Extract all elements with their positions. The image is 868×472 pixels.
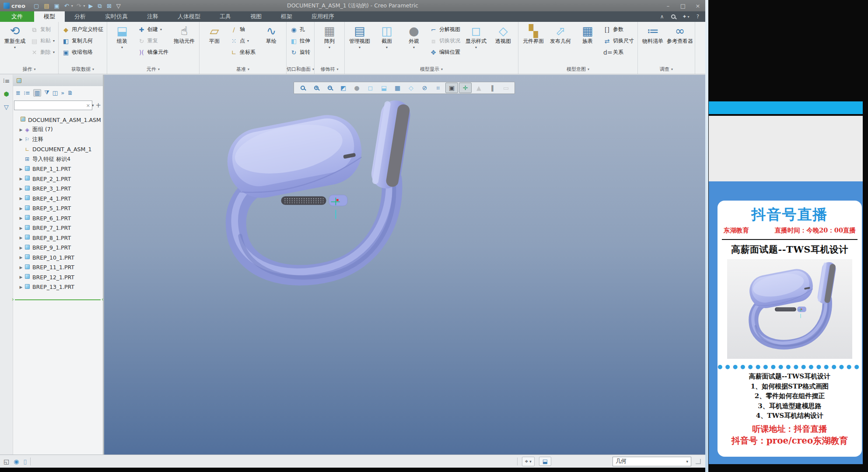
tree-doc-icon[interactable]: 🗎 (67, 90, 73, 96)
button-旋转[interactable]: ↻旋转 (288, 48, 312, 57)
expand-arrow-icon[interactable]: ▶ (18, 167, 24, 171)
help-icon[interactable]: ? (696, 14, 699, 20)
save-icon[interactable]: ▣ (52, 2, 60, 10)
group-caption-元件[interactable]: 元件▾ (107, 65, 199, 74)
button-孔[interactable]: ◉孔 (288, 25, 312, 34)
group-caption-获取数据[interactable]: 获取数据▾ (59, 65, 107, 74)
button-截面[interactable]: ◫截面▾ (374, 23, 400, 63)
zoom-fit-icon[interactable] (296, 83, 309, 93)
button-物料清单[interactable]: ≔物料清单 (640, 23, 666, 63)
button-阵列[interactable]: ▦阵列▾ (316, 23, 343, 63)
tree-item[interactable]: ▶⚐注释 (14, 135, 102, 145)
tree-item[interactable]: ⊞导入特征 标识4 (14, 154, 102, 164)
tree-columns-icon[interactable]: ▥ (33, 89, 41, 97)
button-族表[interactable]: ▦族表 (574, 23, 601, 63)
selection-filter-dropdown[interactable]: 几何 ▾ (612, 457, 691, 466)
filter-funnel-icon[interactable]: ▽ (4, 104, 9, 111)
panel-toggle-icon[interactable]: ▯ (23, 458, 27, 465)
tab-应用程序[interactable]: 应用程序 (302, 11, 344, 22)
resize-grip[interactable] (696, 459, 701, 464)
filter-dropdown-icon[interactable]: ▾ (92, 103, 94, 108)
datum-display-icon[interactable]: ⊘ (418, 83, 431, 93)
expand-arrow-icon[interactable]: ▶ (18, 285, 24, 289)
expand-arrow-icon[interactable]: ▶ (18, 226, 24, 230)
tree-filter-input[interactable] (14, 101, 92, 110)
tree-item[interactable]: ▶BREP_11_1.PRT (14, 263, 102, 273)
button-拖动元件[interactable]: ☝拖动元件 (171, 23, 197, 63)
expand-arrow-icon[interactable]: ▶ (18, 236, 24, 240)
group-caption-基准[interactable]: 基准▾ (200, 65, 286, 74)
tree-filter-icon[interactable]: ⧩ (44, 89, 49, 96)
spin-center-icon[interactable]: ✛ (459, 83, 472, 93)
button-管理视图[interactable]: ▤管理视图▾ (346, 23, 373, 63)
button-组装[interactable]: ⬓组装▾ (109, 23, 135, 63)
graphics-display-icon[interactable]: ▣ (445, 83, 458, 93)
saved-orientations-icon[interactable]: ⬓ (378, 83, 390, 93)
open-file-icon[interactable]: ▤ (42, 2, 50, 10)
customize-qat-icon[interactable]: ▽ (115, 2, 122, 10)
shading-options-icon[interactable]: ● (350, 83, 363, 93)
redo-icon[interactable]: ↷ (75, 2, 83, 10)
clear-filter-icon[interactable]: × (86, 103, 90, 108)
tree-item[interactable]: ▶BREP_10_1.PRT (14, 253, 102, 263)
button-坐标系[interactable]: ∟坐标系 (228, 48, 257, 57)
tree-item[interactable]: ▶BREP_6_1.PRT (14, 213, 102, 223)
tab-框架[interactable]: 框架 (271, 11, 302, 22)
expand-arrow-icon[interactable]: ▶ (18, 177, 24, 181)
group-caption-调查[interactable]: 调查▾ (638, 65, 695, 74)
expand-arrow-icon[interactable]: ▶ (18, 246, 24, 250)
tab-文件[interactable]: 文件 (0, 11, 34, 22)
button-参数[interactable]: []参数 (602, 25, 636, 34)
tree-item[interactable]: ▶BREP_7_1.PRT (14, 223, 102, 233)
view-manager-icon[interactable]: ▦ (391, 83, 404, 93)
button-复制几何[interactable]: ◧复制几何 (60, 36, 105, 45)
tree-tab-icon[interactable]: ⁝≡ (3, 77, 10, 84)
expand-arrow-icon[interactable]: ▶ (18, 128, 24, 132)
close-button[interactable]: × (690, 3, 705, 9)
tree-item[interactable]: ▶BREP_9_1.PRT (14, 243, 102, 253)
group-caption-模型显示[interactable]: 模型显示▾ (345, 65, 518, 74)
button-创建[interactable]: ✚创建▾ (136, 25, 170, 34)
expand-arrow-icon[interactable]: ▶ (18, 206, 24, 211)
tree-item[interactable]: ▶BREP_8_1.PRT (14, 233, 102, 243)
tree-item[interactable]: ▶BREP_13_1.PRT (14, 282, 102, 292)
expand-arrow-icon[interactable]: ▶ (18, 255, 24, 260)
button-分解视图[interactable]: ⌐分解视图 (428, 25, 462, 34)
tab-人体模型[interactable]: 人体模型 (168, 11, 210, 22)
undo-icon[interactable]: ↶ (63, 2, 70, 10)
tree-detail-icon[interactable]: ⁝≡ (24, 90, 30, 96)
zoom-out-icon[interactable]: − (323, 83, 336, 93)
button-透视图[interactable]: ◇透视图 (490, 23, 516, 63)
tree-item[interactable]: ▶BREP_5_1.PRT (14, 204, 102, 214)
tree-item[interactable]: ▶BREP_1_1.PRT (14, 164, 102, 174)
group-caption-切口和曲面[interactable]: 切口和曲面▾ (287, 65, 314, 74)
button-发布几何[interactable]: ⬀发布几何 (547, 23, 574, 63)
button-参考查看器[interactable]: ∞参考查看器 (667, 23, 693, 63)
button-草绘[interactable]: ∿草绘 (258, 23, 284, 63)
button-编辑位置[interactable]: ✥编辑位置 (428, 48, 462, 57)
group-caption-模型意图[interactable]: 模型意图▾ (518, 65, 637, 74)
graphics-viewport[interactable]: +−◩●◻⬓▦◇⊘⌗▣✛▲‖▭ (104, 75, 705, 455)
button-显示样式[interactable]: ◻显示样式▾ (463, 23, 489, 63)
window-switch-icon[interactable]: ⧉ (97, 2, 103, 10)
tab-视图[interactable]: 视图 (241, 11, 271, 22)
button-镜像元件[interactable]: )(镜像元件 (136, 48, 170, 57)
dropdown-caret-icon[interactable]: ▾ (71, 4, 73, 8)
button-点[interactable]: ⁙点▾ (228, 36, 257, 45)
pause-icon[interactable]: ‖ (486, 83, 499, 93)
zoom-in-icon[interactable]: + (310, 83, 322, 93)
find-tool[interactable]: ⌖ ▾ (522, 457, 535, 466)
3d-box-select-icon[interactable]: ⬓ (539, 457, 551, 466)
expand-arrow-icon[interactable]: ▶ (18, 216, 24, 220)
tree-item[interactable]: ▶BREP_12_1.PRT (14, 272, 102, 282)
learning-center-icon[interactable]: ✦▾ (682, 14, 690, 20)
minimize-button[interactable]: – (661, 3, 676, 9)
tab-实时仿真[interactable]: 实时仿真 (95, 11, 137, 22)
collapse-ribbon-icon[interactable]: ∧ (660, 14, 664, 20)
button-收缩包络[interactable]: ▣收缩包络 (60, 48, 105, 57)
expand-arrow-icon[interactable]: ▶ (18, 187, 24, 191)
tree-item[interactable]: ▶BREP_4_1.PRT (14, 194, 102, 204)
tree-item[interactable]: ▶BREP_3_1.PRT (14, 184, 102, 194)
button-重新生成[interactable]: ⟲重新生成▾ (2, 23, 28, 63)
tree-item[interactable]: ▶BREP_2_1.PRT (14, 174, 102, 184)
